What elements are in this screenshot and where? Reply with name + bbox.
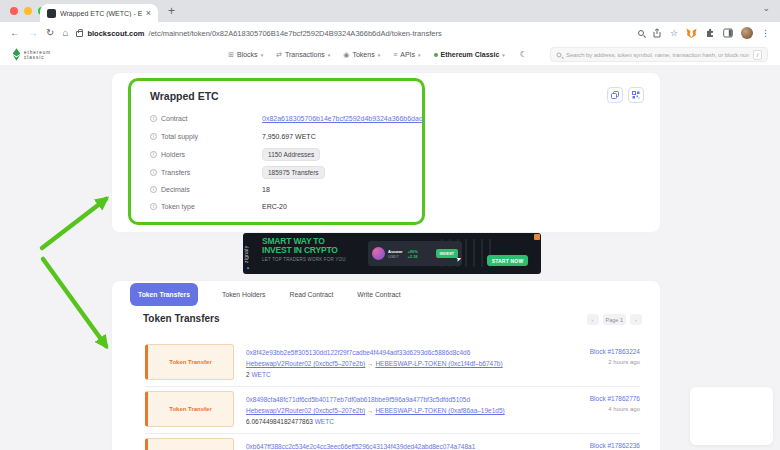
from-address-link[interactable]: HebeswapV2Router02 (0xcbcf5–207e2b): [246, 360, 365, 367]
row-label: Total supply: [161, 133, 198, 140]
ad-headline: SMART WAY TO INVEST IN CRYPTO LET TOP TR…: [262, 237, 346, 262]
transfer-amount: 6.06744984182477863: [246, 418, 313, 425]
address-bar[interactable]: blockscout.com/etc/mainnet/token/0x82A61…: [76, 29, 629, 38]
ethereum-classic-logo[interactable]: ethereum classic: [12, 48, 51, 61]
row-label: Contract: [161, 115, 187, 122]
tab-title: Wrapped ETC (WETC) - Ethe: [60, 10, 142, 17]
dark-mode-toggle-icon[interactable]: ☾: [520, 50, 527, 59]
nav-blocks[interactable]: ⊞ Blocks ▾: [228, 51, 263, 58]
trader-roi: +89%: [407, 249, 417, 254]
contract-address-link[interactable]: 0x82a618305706b14e7bcf2592d4b9324a366b6d…: [262, 115, 423, 122]
trader-profit: +2.18: [407, 254, 417, 259]
network-selector[interactable]: Ethereum Classic ▾: [434, 51, 505, 58]
block-link[interactable]: Block #17862776: [590, 395, 640, 402]
token-symbol-link[interactable]: WETC: [251, 371, 270, 378]
back-icon[interactable]: ←: [10, 28, 20, 38]
info-icon: i: [150, 115, 157, 122]
nav-tokens-label: Tokens: [352, 51, 374, 58]
tx-hash-link[interactable]: 0xb647ff388cc2c534e2c4cc3eec66eff5296c43…: [246, 443, 475, 450]
detail-tabs: Token Transfers Token Holders Read Contr…: [130, 282, 401, 307]
to-address-link[interactable]: HEBESWAP-LP-TOKEN (0xc1f4df–b6747b): [375, 360, 502, 367]
info-row-decimals: iDecimals 18: [150, 186, 270, 193]
transactions-icon: ⇄: [276, 51, 282, 58]
window-minimize-button[interactable]: [24, 7, 32, 15]
tokens-icon: ◉: [343, 51, 349, 58]
copy-icon: [611, 91, 619, 99]
row-label: Holders: [161, 151, 185, 158]
profile-avatar[interactable]: [741, 27, 753, 39]
tab-search-chevron-icon[interactable]: ⌄: [762, 3, 770, 13]
ssl-lock-icon[interactable]: [76, 31, 83, 37]
block-link[interactable]: Block #17862236: [590, 442, 640, 449]
list-heading: Token Transfers: [143, 313, 220, 324]
arrow-right-icon: →: [367, 360, 374, 367]
ad-banner[interactable]: zignaly ✦ SMART WAY TO INVEST IN CRYPTO …: [243, 233, 541, 274]
search-placeholder: Search by address, token symbol, name, t…: [566, 52, 749, 58]
ad-info-icon[interactable]: [534, 234, 540, 240]
logo-text: ethereum classic: [24, 50, 51, 60]
tx-hash-link[interactable]: 0x8498cfa48fc71df6cd5b40177eb7df0ab618bb…: [246, 396, 470, 403]
qr-code-button[interactable]: [628, 87, 644, 103]
token-info-card: Wrapped ETC iContract 0x82a618305706b14e…: [112, 73, 660, 232]
invest-button[interactable]: INVEST➤: [436, 249, 458, 258]
chevron-down-icon: ▾: [502, 52, 505, 58]
nav-tokens[interactable]: ◉ Tokens ▾: [343, 51, 380, 58]
transfer-meta: Block #17862236: [590, 442, 640, 449]
site-search[interactable]: Search by address, token symbol, name, t…: [550, 47, 768, 62]
reload-icon[interactable]: ↻: [46, 28, 54, 38]
blocks-icon: ⊞: [228, 51, 234, 58]
info-row-transfers: iTransfers 185975 Transfers: [150, 166, 325, 179]
bookmark-star-icon[interactable]: ☆: [670, 28, 678, 38]
home-icon[interactable]: ⌂: [62, 28, 68, 38]
transfers-count-badge[interactable]: 185975 Transfers: [262, 166, 325, 179]
tab-token-transfers[interactable]: Token Transfers: [130, 283, 198, 306]
to-address-link[interactable]: HEBESWAP-LP-TOKEN (0xaf86aa–19e1d5): [375, 407, 504, 414]
row-label: Transfers: [161, 169, 190, 176]
tab-close-icon[interactable]: ×: [146, 9, 151, 18]
nav-transactions-label: Transactions: [285, 51, 325, 58]
trader-avatar: [372, 247, 385, 260]
decimals-value: 18: [262, 186, 270, 193]
new-tab-button[interactable]: +: [168, 4, 175, 18]
row-label: Decimals: [161, 186, 190, 193]
metamask-extension-icon[interactable]: [686, 28, 697, 38]
info-row-contract: iContract 0x82a618305706b14e7bcf2592d4b9…: [150, 115, 423, 122]
share-icon[interactable]: [652, 28, 662, 38]
tx-hash-link[interactable]: 0x8f42e93bb2e5ff305130dd122f29f7cadbe4f4…: [246, 349, 470, 356]
block-link[interactable]: Block #17863224: [590, 348, 640, 355]
info-row-total-supply: iTotal supply 7,950.697 WETC: [150, 133, 316, 140]
tab-read-contract[interactable]: Read Contract: [289, 291, 333, 298]
transfer-details: 0x8f42e93bb2e5ff305130dd122f29f7cadbe4f4…: [246, 347, 503, 380]
chevron-down-icon: ▾: [261, 52, 264, 58]
pagination: ‹ Page 1 ›: [587, 314, 642, 325]
start-now-button[interactable]: START NOW: [487, 255, 528, 266]
copy-address-button[interactable]: [607, 87, 623, 103]
site-header: ethereum classic ⊞ Blocks ▾ ⇄ Transactio…: [0, 44, 780, 65]
holders-count-badge[interactable]: 1150 Addresses: [262, 148, 320, 161]
browser-menu-icon[interactable]: ⋮: [761, 28, 770, 38]
tab-write-contract[interactable]: Write Contract: [357, 291, 400, 298]
chevron-down-icon: ▾: [418, 52, 421, 58]
side-panel-icon[interactable]: [723, 28, 733, 38]
window-close-button[interactable]: [10, 7, 18, 15]
next-page-button[interactable]: ›: [630, 314, 642, 325]
nav-transactions[interactable]: ⇄ Transactions ▾: [276, 51, 330, 58]
prev-page-button[interactable]: ‹: [587, 314, 599, 325]
chevron-down-icon: ▾: [328, 52, 331, 58]
token-transfer-badge: Token Transfer: [145, 391, 234, 427]
info-icon: i: [150, 203, 157, 210]
url-path: /etc/mainnet/token/0x82A618305706B14e7bc…: [149, 29, 442, 38]
transfer-meta: Block #17863224 2 hours ago: [590, 348, 640, 365]
forward-icon[interactable]: →: [28, 28, 38, 38]
network-status-dot: [434, 53, 438, 57]
info-row-holders: iHolders 1150 Addresses: [150, 148, 320, 161]
from-address-link[interactable]: HebeswapV2Router02 (0xcbcf5–207e2b): [246, 407, 365, 414]
tab-token-holders[interactable]: Token Holders: [222, 291, 265, 298]
overlay-white-box: [690, 387, 773, 445]
browser-tab[interactable]: Wrapped ETC (WETC) - Ethe ×: [40, 4, 158, 22]
nav-apis[interactable]: ≡ APIs ▾: [393, 51, 420, 58]
zoom-icon[interactable]: [638, 30, 644, 36]
extensions-puzzle-icon[interactable]: [705, 28, 715, 38]
browser-urlbar: ← → ↻ ⌂ blockscout.com/etc/mainnet/token…: [0, 22, 780, 44]
token-symbol-link[interactable]: WETC: [315, 418, 334, 425]
